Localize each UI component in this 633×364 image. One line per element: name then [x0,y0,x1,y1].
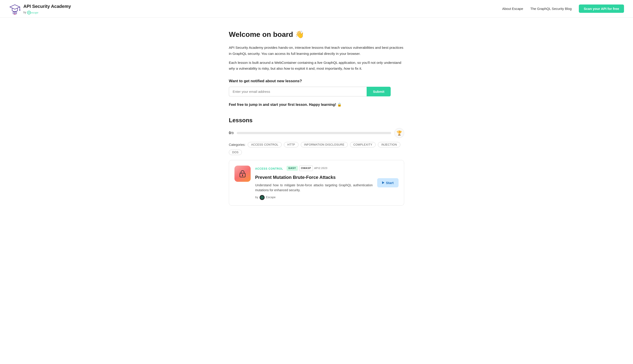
svg-point-3 [19,10,21,10]
header: API Security Academy by escape About Esc… [0,0,633,18]
escape-logo: escape [27,11,41,14]
lessons-title: Lessons [229,116,404,125]
blog-link[interactable]: The GraphQL Security Blog [530,6,572,12]
brand-title: API Security Academy [23,3,71,10]
lesson-icon-svg: </> [238,170,247,178]
play-icon [382,181,384,184]
lesson-category-label: ACCESS CONTROL EASY OWASP API2:2023 [255,166,373,172]
logo-icon [9,3,21,14]
brand-text: API Security Academy by escape [23,3,71,14]
category-injection[interactable]: INJECTION [378,142,400,148]
brand-by: by escape [23,10,71,14]
lesson-author: by Escape [255,195,373,200]
main-content: Welcome on board 👋 API Security Academy … [224,18,409,223]
category-access-control[interactable]: ACCESS CONTROL [248,142,282,148]
scan-api-button[interactable]: Scan your API for free [579,4,624,13]
start-label: Start [386,181,394,185]
trophy-button[interactable]: 🏆 [394,128,404,138]
progress-row: 0/9 🏆 [229,128,404,138]
lesson-icon: </> [234,166,251,182]
brand: API Security Academy by escape [9,3,71,14]
lesson-description: Understand how to mitigate brute-force a… [255,183,373,193]
intro-paragraph-2: Each lesson is built around a WebContain… [229,60,404,72]
badge-easy: EASY [287,166,298,171]
lessons-section: Lessons 0/9 🏆 Categories: ACCESS CONTROL… [229,116,404,206]
category-complexity[interactable]: COMPLEXITY [350,142,376,148]
category-http[interactable]: HTTP [284,142,298,148]
email-input[interactable] [229,87,367,96]
badge-api: API2:2023 [314,166,328,170]
progress-bar [237,132,391,134]
progress-label: 0/9 [229,130,234,136]
categories-label: Categories: [229,142,245,148]
happy-learning-text: Feel free to jump in and start your firs… [229,102,404,108]
categories-row: Categories: ACCESS CONTROL HTTP INFORMAT… [229,142,404,155]
svg-text:escape: escape [31,11,39,14]
svg-text:</>: </> [239,172,242,174]
submit-button[interactable]: Submit [367,87,391,96]
category-information-disclosure[interactable]: INFORMATION DISCLOSURE [301,142,348,148]
author-avatar [260,195,265,200]
notify-title: Want to get notified about new lessons? [229,78,404,84]
lesson-title-block: ACCESS CONTROL EASY OWASP API2:2023 Prev… [255,166,373,200]
lesson-main-content: ACCESS CONTROL EASY OWASP API2:2023 Prev… [255,166,399,200]
lesson-badges: EASY OWASP API2:2023 [287,166,327,171]
notify-section: Want to get notified about new lessons? … [229,78,404,96]
welcome-title: Welcome on board 👋 [229,29,404,40]
lesson-card: </> ACCESS CONTROL EASY OWASP API2:2023 [229,160,404,205]
about-link[interactable]: About Escape [502,6,523,12]
main-nav: About Escape The GraphQL Security Blog S… [502,4,624,13]
email-row: Submit [229,87,391,96]
start-lesson-button[interactable]: Start [377,178,399,188]
category-dos[interactable]: DOS [229,150,242,155]
lesson-title: Prevent Mutation Brute-Force Attacks [255,174,373,181]
lesson-header-row: ACCESS CONTROL EASY OWASP API2:2023 Prev… [255,166,399,200]
badge-owasp: OWASP [299,166,313,171]
author-name: Escape [266,195,276,200]
escape-avatar-icon [260,195,265,200]
intro-paragraph-1: API Security Academy provides hands-on, … [229,45,404,56]
